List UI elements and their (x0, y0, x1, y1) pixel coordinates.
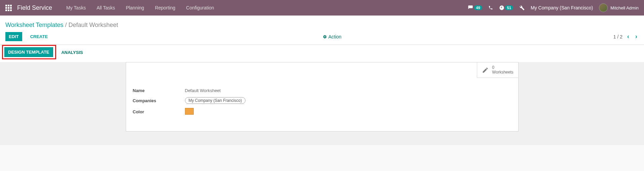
row-color: Color (133, 106, 512, 118)
control-panel: Worksheet Templates / Default Worksheet … (0, 16, 644, 45)
form-button-bar: Design Template Analysis (0, 45, 644, 62)
value-color (185, 108, 194, 116)
user-menu[interactable]: Mitchell Admin (599, 3, 639, 12)
value-companies: My Company (San Francisco) (185, 97, 246, 104)
analysis-button[interactable]: Analysis (58, 48, 86, 57)
apps-icon[interactable] (5, 5, 12, 11)
action-menu[interactable]: Action (323, 34, 341, 39)
row-name: Name Default Worksheet (133, 86, 512, 95)
action-label: Action (328, 34, 341, 39)
stat-button-worksheets[interactable]: 0 Worksheets (477, 62, 518, 78)
pager-text: 1 / 2 (613, 34, 622, 39)
highlight-annotation: Design Template (2, 45, 56, 59)
cp-right: 1 / 2 ‹ › (613, 33, 639, 40)
label-color: Color (133, 109, 185, 114)
stat-count: 0 (492, 65, 513, 70)
messages-icon[interactable]: 49 (467, 5, 482, 10)
stat-text: 0 Worksheets (492, 65, 513, 74)
nav-item-configuration[interactable]: Configuration (181, 3, 219, 12)
nav-item-reporting[interactable]: Reporting (150, 3, 180, 12)
activities-icon[interactable]: 51 (499, 5, 513, 10)
breadcrumb: Worksheet Templates / Default Worksheet (5, 22, 639, 29)
company-tag: My Company (San Francisco) (185, 97, 246, 104)
control-panel-row: Edit Create Action 1 / 2 ‹ › (5, 31, 639, 45)
pager-prev[interactable]: ‹ (626, 33, 631, 40)
cp-left: Edit Create (5, 32, 51, 41)
color-swatch (185, 108, 194, 115)
gear-icon (323, 35, 327, 39)
sheet-background: 0 Worksheets Name Default Worksheet Comp… (0, 62, 644, 145)
form-sheet: 0 Worksheets Name Default Worksheet Comp… (126, 62, 519, 132)
edit-button[interactable]: Edit (5, 32, 22, 41)
pencil-icon (482, 67, 489, 74)
nav-menu: My Tasks All Tasks Planning Reporting Co… (62, 3, 219, 12)
label-name: Name (133, 88, 185, 93)
pager-next[interactable]: › (634, 33, 639, 40)
label-companies: Companies (133, 98, 185, 103)
breadcrumb-sep: / (65, 22, 67, 28)
top-navbar: Field Service My Tasks All Tasks Plannin… (0, 0, 644, 16)
avatar (599, 3, 608, 12)
nav-left: Field Service My Tasks All Tasks Plannin… (5, 3, 219, 12)
debug-icon[interactable] (519, 5, 525, 10)
nav-item-planning[interactable]: Planning (121, 3, 149, 12)
messages-badge: 49 (474, 5, 482, 10)
stat-label: Worksheets (492, 70, 513, 75)
company-switcher[interactable]: My Company (San Francisco) (531, 5, 593, 10)
create-button[interactable]: Create (27, 32, 51, 41)
sheet-inner: Name Default Worksheet Companies My Comp… (126, 62, 518, 131)
user-name: Mitchell Admin (610, 5, 639, 10)
nav-item-my-tasks[interactable]: My Tasks (62, 3, 90, 12)
design-template-button[interactable]: Design Template (4, 47, 53, 57)
breadcrumb-parent[interactable]: Worksheet Templates (5, 22, 63, 28)
value-name: Default Worksheet (185, 88, 221, 93)
activities-badge: 51 (505, 5, 513, 10)
nav-right: 49 51 My Company (San Francisco) Mitchel… (467, 3, 639, 12)
breadcrumb-current: Default Worksheet (68, 22, 118, 28)
row-companies: Companies My Company (San Francisco) (133, 95, 512, 106)
app-brand[interactable]: Field Service (17, 4, 52, 11)
phone-icon[interactable] (488, 5, 493, 10)
cp-center: Action (51, 34, 613, 39)
nav-item-all-tasks[interactable]: All Tasks (92, 3, 120, 12)
